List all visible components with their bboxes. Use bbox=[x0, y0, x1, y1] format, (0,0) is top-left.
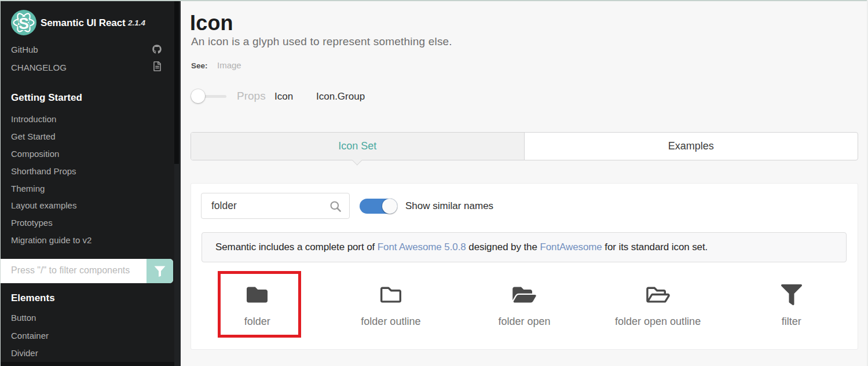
svg-text:S: S bbox=[19, 15, 29, 32]
